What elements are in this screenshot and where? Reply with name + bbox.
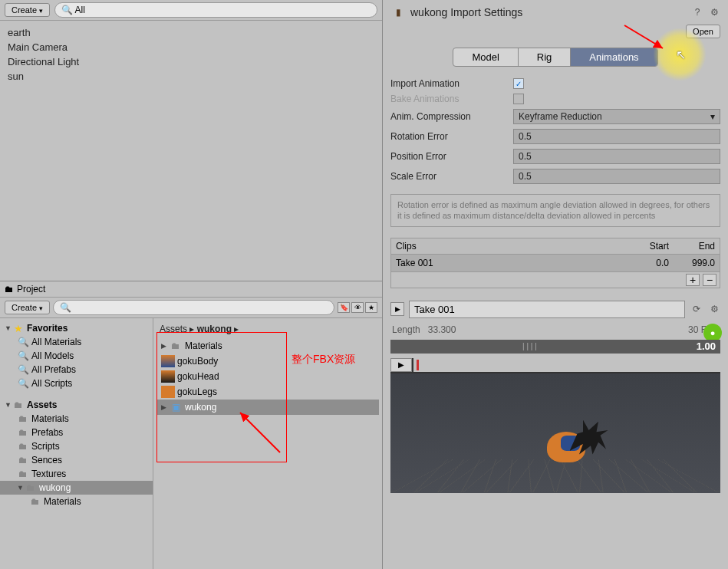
asset-label: gokuLegs bbox=[177, 386, 217, 397]
search-placeholder-text: All bbox=[75, 5, 85, 15]
clip-end: 999.0 bbox=[674, 255, 720, 271]
project-title: Project bbox=[17, 284, 45, 294]
clip-row[interactable]: Take 001 0.0 999.0 bbox=[391, 255, 720, 271]
help-icon[interactable]: ? bbox=[691, 6, 703, 18]
assets-group[interactable]: ▼ 🖿 Assets bbox=[0, 398, 153, 412]
loop-icon[interactable]: ⟳ bbox=[690, 302, 703, 316]
favorite-item[interactable]: 🔍All Scripts bbox=[0, 377, 153, 390]
rotation-error-input[interactable] bbox=[513, 129, 720, 144]
cursor-icon: ↖ bbox=[676, 48, 686, 62]
favorite-icon[interactable]: ★ bbox=[365, 302, 377, 313]
scale-error-input[interactable] bbox=[513, 169, 720, 184]
hierarchy-item[interactable]: Directional Light bbox=[8, 54, 374, 69]
add-clip-button[interactable]: + bbox=[686, 274, 700, 286]
hierarchy-list: earth Main Camera Directional Light sun bbox=[0, 21, 382, 281]
folder-item[interactable]: 🖿Materials bbox=[0, 495, 153, 508]
folder-item[interactable]: 🖿Materials bbox=[0, 412, 153, 426]
remove-clip-button[interactable]: − bbox=[703, 274, 716, 286]
compression-dropdown[interactable]: Keyframe Reduction▾ bbox=[513, 109, 720, 124]
tab-animations[interactable]: Animations bbox=[571, 48, 657, 66]
filter-icon[interactable]: 🔖 bbox=[338, 302, 350, 313]
position-error-input[interactable] bbox=[513, 149, 720, 164]
scale-error-label: Scale Error bbox=[390, 171, 513, 182]
expand-arrow-icon: ▼ bbox=[17, 484, 25, 492]
folder-label: wukong bbox=[39, 482, 71, 493]
folder-label: Prefabs bbox=[31, 427, 63, 438]
asset-item-selected[interactable]: ▶▣wukong bbox=[156, 400, 379, 415]
asset-folder[interactable]: ▶🖿Materials bbox=[156, 338, 379, 354]
asset-item[interactable]: gokuLegs bbox=[156, 384, 379, 400]
texture-icon bbox=[161, 355, 175, 367]
folder-label: Scripts bbox=[31, 441, 60, 452]
asset-label: wukong bbox=[185, 402, 216, 413]
folder-item[interactable]: 🖿Scripts bbox=[0, 439, 153, 453]
folder-item[interactable]: 🖿Sences bbox=[0, 453, 153, 467]
hierarchy-create-button[interactable]: Create bbox=[5, 3, 50, 17]
import-animation-checkbox[interactable]: ✓ bbox=[513, 78, 524, 89]
hierarchy-toolbar: Create 🔍All bbox=[0, 0, 382, 21]
folder-icon: 🖿 bbox=[17, 469, 29, 479]
folder-icon: 🖿 bbox=[17, 413, 29, 424]
folder-item[interactable]: 🖿Textures bbox=[0, 467, 153, 481]
folder-label: Materials bbox=[31, 413, 69, 424]
project-search-input[interactable]: 🔍 bbox=[53, 300, 334, 315]
open-button[interactable]: Open bbox=[686, 25, 720, 38]
length-label: Length bbox=[392, 324, 420, 335]
folder-item[interactable]: 🖿Prefabs bbox=[0, 426, 153, 439]
hierarchy-item[interactable]: Main Camera bbox=[8, 40, 374, 54]
star-icon: ★ bbox=[12, 323, 25, 334]
project-create-button[interactable]: Create bbox=[5, 301, 50, 314]
favorite-item[interactable]: 🔍All Models bbox=[0, 349, 153, 363]
folder-item-selected[interactable]: ▼🖿wukong bbox=[0, 481, 153, 495]
error-hint-text: Rotation error is defined as maximum ang… bbox=[390, 194, 720, 227]
preview-play-button[interactable]: ▶ bbox=[390, 358, 412, 372]
folder-icon: 🖿 bbox=[12, 400, 25, 410]
breadcrumb-current[interactable]: wukong bbox=[197, 324, 232, 334]
search-filter-icon: 🔍 bbox=[17, 364, 29, 375]
favorite-item[interactable]: 🔍All Prefabs bbox=[0, 363, 153, 377]
inspector-title: wukong Import Settings bbox=[410, 6, 687, 18]
folder-icon: 🖿 bbox=[169, 340, 183, 352]
visibility-icon[interactable]: 👁 bbox=[351, 302, 364, 313]
gear-icon[interactable]: ⚙ bbox=[708, 6, 720, 18]
folder-label: Materials bbox=[44, 496, 81, 507]
clip-start: 0.0 bbox=[628, 255, 674, 271]
preview-viewport[interactable] bbox=[390, 373, 720, 493]
hierarchy-search-input[interactable]: 🔍All bbox=[54, 2, 377, 18]
folder-icon: 🖿 bbox=[17, 455, 29, 465]
breadcrumb: Assets ▸ wukong ▸ bbox=[153, 321, 382, 337]
annotation-label: 整个FBX资源 bbox=[292, 353, 355, 367]
hierarchy-item[interactable]: sun bbox=[8, 69, 374, 84]
project-icon: 🖿 bbox=[5, 284, 14, 294]
clip-name: Take 001 bbox=[391, 255, 628, 271]
project-tree: ▼ ★ Favorites 🔍All Materials 🔍All Models… bbox=[0, 318, 153, 569]
tab-rig[interactable]: Rig bbox=[519, 48, 572, 66]
favorite-item[interactable]: 🔍All Materials bbox=[0, 335, 153, 349]
play-clip-button[interactable]: ▶ bbox=[390, 302, 404, 316]
timeline-marks: | | | | bbox=[522, 342, 537, 350]
timeline-scrubber[interactable]: | | | | 1.00 bbox=[390, 340, 720, 354]
animation-settings: Import Animation ✓ Bake Animations Anim.… bbox=[383, 73, 728, 189]
texture-icon bbox=[161, 386, 175, 398]
compression-value: Keyframe Reduction bbox=[519, 111, 602, 122]
clips-header-end: End bbox=[674, 238, 720, 254]
bake-animations-label: Bake Animations bbox=[390, 94, 513, 104]
folder-icon: 🖿 bbox=[17, 441, 29, 452]
search-filter-icon: 🔍 bbox=[17, 337, 29, 347]
hierarchy-item[interactable]: earth bbox=[8, 25, 374, 40]
texture-icon bbox=[161, 370, 175, 383]
compression-label: Anim. Compression bbox=[390, 111, 513, 122]
project-panel-header: 🖿 Project bbox=[0, 281, 382, 298]
clip-settings-icon[interactable]: ⚙ bbox=[708, 303, 720, 315]
tab-model[interactable]: Model bbox=[453, 48, 518, 66]
clip-name-input[interactable] bbox=[409, 301, 685, 318]
asset-item[interactable]: gokuHead bbox=[156, 369, 379, 384]
assets-label: Assets bbox=[27, 400, 57, 410]
folder-icon: 🖿 bbox=[17, 427, 29, 438]
favorites-group[interactable]: ▼ ★ Favorites bbox=[0, 321, 153, 335]
animation-preview: ▶ bbox=[390, 358, 720, 493]
preview-timeline[interactable] bbox=[413, 358, 720, 372]
folder-label: Textures bbox=[31, 469, 66, 479]
breadcrumb-root[interactable]: Assets bbox=[160, 324, 187, 334]
search-icon: 🔍 bbox=[60, 302, 71, 313]
